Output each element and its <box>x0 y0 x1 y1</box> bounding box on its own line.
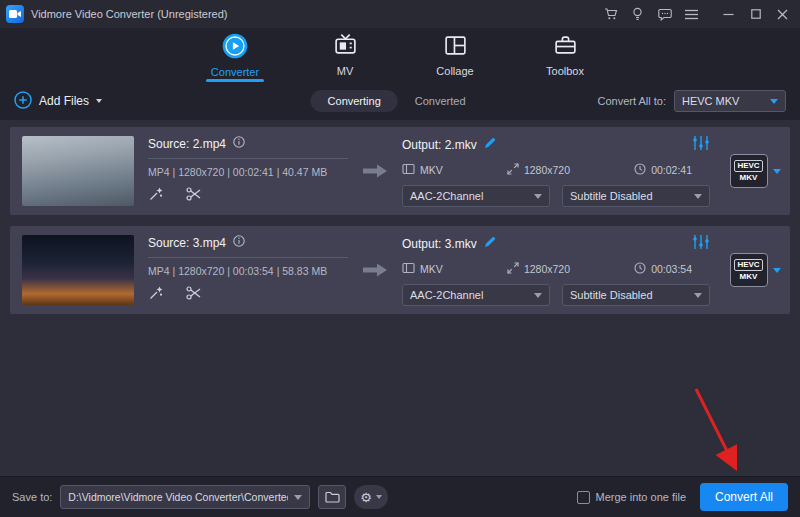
source-filename: Source: 3.mp4 <box>148 236 226 250</box>
info-icon[interactable] <box>233 235 245 250</box>
output-format-select[interactable]: HEVC MKV <box>674 90 786 112</box>
tab-converted[interactable]: Converted <box>398 90 483 112</box>
feedback-icon[interactable] <box>651 0 678 28</box>
app-logo-icon <box>6 5 24 23</box>
profile-selector[interactable]: HEVC MKV <box>724 253 786 287</box>
settings-equalizer-icon[interactable] <box>692 234 710 253</box>
add-files-caret-icon <box>96 99 102 103</box>
audio-track-value: AAC-2Channel <box>410 190 483 202</box>
subtitle-value: Subtitle Disabled <box>570 289 653 301</box>
source-info: Source: 3.mp4 MP4 | 1280x720 | 00:03:54 … <box>148 235 348 305</box>
audio-track-select[interactable]: AAC-2Channel <box>402 185 550 207</box>
converter-icon <box>222 33 248 63</box>
close-button[interactable] <box>769 0 796 28</box>
rename-pencil-icon[interactable] <box>484 236 496 251</box>
effects-wand-icon[interactable] <box>148 285 164 305</box>
tab-collage[interactable]: Collage <box>417 28 493 82</box>
resolution-icon <box>507 262 519 276</box>
merge-into-one-file[interactable]: Merge into one file <box>577 491 687 504</box>
gear-icon: ⚙ <box>360 491 372 504</box>
menu-icon[interactable] <box>678 0 705 28</box>
source-meta: MP4 | 1280x720 | 00:03:54 | 58.83 MB <box>148 265 348 277</box>
tab-mv-label: MV <box>337 65 354 77</box>
save-to-label: Save to: <box>12 491 52 503</box>
titlebar-actions <box>597 0 796 28</box>
output-duration: 00:02:41 <box>651 164 692 176</box>
chevron-down-icon <box>773 268 781 273</box>
output-info: Output: 3.mkv MKV 1280x720 <box>402 234 710 306</box>
chevron-down-icon <box>534 293 542 298</box>
tab-toolbox-label: Toolbox <box>546 65 584 77</box>
convert-all-to-group: Convert All to: HEVC MKV <box>598 90 786 112</box>
main-nav: Converter MV Collage Toolbox <box>0 28 800 82</box>
profile-selector[interactable]: HEVC MKV <box>724 154 786 188</box>
open-folder-button[interactable] <box>318 485 346 509</box>
lightbulb-icon[interactable] <box>624 0 651 28</box>
titlebar: Vidmore Video Converter (Unregistered) <box>0 0 800 28</box>
collage-icon <box>443 33 468 62</box>
tab-mv[interactable]: MV <box>307 28 383 82</box>
queue-tabs: Converting Converted <box>311 90 483 112</box>
convert-arrow-icon <box>362 262 388 278</box>
merge-label: Merge into one file <box>596 491 687 503</box>
tab-toolbox[interactable]: Toolbox <box>527 28 603 82</box>
settings-equalizer-icon[interactable] <box>692 135 710 154</box>
output-format-value: HEVC MKV <box>682 95 739 107</box>
tab-converting[interactable]: Converting <box>311 90 398 112</box>
output-filename: Output: 3.mkv <box>402 237 477 251</box>
convert-all-button[interactable]: Convert All <box>700 483 788 511</box>
chevron-down-icon <box>376 495 382 499</box>
profile-badge: HEVC MKV <box>730 154 768 188</box>
subtitle-select[interactable]: Subtitle Disabled <box>562 284 710 306</box>
output-resolution: 1280x720 <box>524 164 570 176</box>
format-icon <box>402 163 415 177</box>
add-files-button[interactable]: Add Files <box>14 91 102 112</box>
audio-track-select[interactable]: AAC-2Channel <box>402 284 550 306</box>
subtitle-value: Subtitle Disabled <box>570 190 653 202</box>
chevron-down-icon[interactable] <box>294 495 302 500</box>
cart-icon[interactable] <box>597 0 624 28</box>
annotation-arrow <box>640 383 790 483</box>
file-list: Source: 2.mp4 MP4 | 1280x720 | 00:02:41 … <box>0 120 800 314</box>
info-icon[interactable] <box>233 136 245 151</box>
tab-converter-label: Converter <box>211 66 259 78</box>
audio-track-value: AAC-2Channel <box>410 289 483 301</box>
chevron-down-icon <box>773 169 781 174</box>
save-path-input[interactable] <box>68 491 288 503</box>
settings-button[interactable]: ⚙ <box>354 485 388 509</box>
mv-icon <box>333 33 358 62</box>
file-row[interactable]: Source: 2.mp4 MP4 | 1280x720 | 00:02:41 … <box>10 127 790 215</box>
toolbar: Add Files Converting Converted Convert A… <box>0 82 800 120</box>
source-filename: Source: 2.mp4 <box>148 137 226 151</box>
plus-circle-icon <box>14 91 32 112</box>
subtitle-select[interactable]: Subtitle Disabled <box>562 185 710 207</box>
resolution-icon <box>507 163 519 177</box>
format-icon <box>402 262 415 276</box>
output-filename: Output: 2.mkv <box>402 138 477 152</box>
tab-collage-label: Collage <box>436 65 473 77</box>
profile-badge: HEVC MKV <box>730 253 768 287</box>
video-thumbnail <box>22 235 134 305</box>
convert-arrow-icon <box>362 163 388 179</box>
video-thumbnail <box>22 136 134 206</box>
effects-wand-icon[interactable] <box>148 186 164 206</box>
tab-converter[interactable]: Converter <box>197 28 273 82</box>
cut-scissors-icon[interactable] <box>186 286 202 304</box>
chevron-down-icon <box>694 194 702 199</box>
chevron-down-icon <box>534 194 542 199</box>
output-format: MKV <box>420 164 443 176</box>
toolbox-icon <box>553 33 578 62</box>
statusbar: Save to: ⚙ Merge into one file Convert A… <box>0 476 800 517</box>
merge-checkbox[interactable] <box>577 491 590 504</box>
chevron-down-icon <box>694 293 702 298</box>
source-info: Source: 2.mp4 MP4 | 1280x720 | 00:02:41 … <box>148 136 348 206</box>
save-path-box[interactable] <box>60 485 310 509</box>
window-title: Vidmore Video Converter (Unregistered) <box>31 8 227 20</box>
cut-scissors-icon[interactable] <box>186 187 202 205</box>
add-files-label: Add Files <box>39 94 89 108</box>
rename-pencil-icon[interactable] <box>484 137 496 152</box>
clock-icon <box>634 163 646 177</box>
file-row[interactable]: Source: 3.mp4 MP4 | 1280x720 | 00:03:54 … <box>10 226 790 314</box>
maximize-button[interactable] <box>742 0 769 28</box>
minimize-button[interactable] <box>715 0 742 28</box>
